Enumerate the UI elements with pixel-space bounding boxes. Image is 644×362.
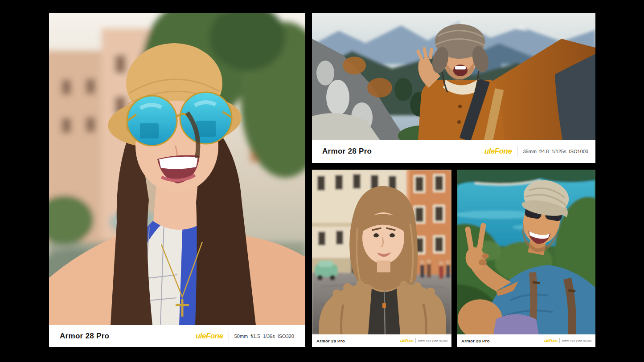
ulefone-logo: uleFone — [400, 338, 413, 343]
photo-card-woman-street: Armor 28 Pro uleFone 50mm f/1.5 1/36s IS… — [312, 170, 451, 347]
photo-woman-city-selfie — [49, 13, 305, 325]
photo-man-mountain-selfie — [312, 13, 595, 140]
photo-illustration-man-bay — [457, 170, 595, 334]
ulefone-logo: uleFone — [484, 147, 512, 156]
model-name: Armor 28 Pro — [60, 332, 109, 341]
photo-illustration-woman-city — [49, 13, 305, 325]
photo-card-man-bay: Armor 28 Pro uleFone 50mm f/1.5 1/36s IS… — [457, 170, 595, 347]
divider — [229, 331, 229, 342]
photo-card-man-mountain: Armor 28 Pro uleFone 35mm f/4.8 1/125s I… — [312, 13, 595, 163]
photo-card-woman-city: Armor 28 Pro uleFone 50mm f/1.5 1/36s IS… — [49, 13, 305, 347]
photo-man-bay-selfie — [457, 170, 595, 334]
caption-bar: Armor 28 Pro uleFone 35mm f/4.8 1/125s I… — [312, 140, 595, 163]
exif-info: 50mm f/1.5 1/36s ISO320 — [562, 339, 591, 342]
model-name: Armor 28 Pro — [316, 338, 345, 343]
exif-info: 50mm f/1.5 1/36s ISO320 — [418, 339, 447, 342]
divider — [517, 146, 517, 157]
caption-bar: Armor 28 Pro uleFone 50mm f/1.5 1/36s IS… — [457, 334, 595, 347]
divider — [559, 338, 560, 343]
caption-bar: Armor 28 Pro uleFone 50mm f/1.5 1/36s IS… — [49, 325, 305, 347]
photo-illustration-man-mountain — [312, 13, 595, 140]
ulefone-logo: uleFone — [196, 332, 223, 341]
exif-info: 35mm f/4.8 1/125s ISO1000 — [523, 149, 588, 154]
divider — [415, 338, 416, 343]
exif-info: 50mm f/1.5 1/36s ISO320 — [234, 334, 294, 339]
model-name: Armor 28 Pro — [322, 147, 372, 156]
ulefone-logo: uleFone — [544, 338, 557, 343]
photo-woman-street-selfie — [312, 170, 451, 334]
photo-illustration-woman-street — [312, 170, 451, 334]
photo-collage-canvas: Armor 28 Pro uleFone 50mm f/1.5 1/36s IS… — [0, 0, 644, 362]
model-name: Armor 28 Pro — [461, 338, 490, 343]
caption-bar: Armor 28 Pro uleFone 50mm f/1.5 1/36s IS… — [312, 334, 451, 347]
